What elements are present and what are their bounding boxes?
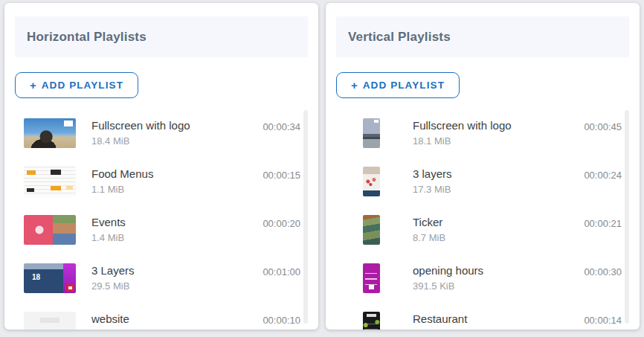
playlist-item[interactable]: Fullscreen with logo 18.1 MiB 00:00:45 bbox=[336, 109, 622, 157]
list-scrollbar[interactable] bbox=[625, 110, 629, 324]
playlist-item[interactable]: website 00:00:10 bbox=[15, 302, 300, 330]
beach-flowers-thumbnail bbox=[363, 167, 380, 196]
playlist-item[interactable]: 3 layers 17.3 MiB 00:00:24 bbox=[336, 157, 622, 205]
playlist-item[interactable]: Events 1.4 MiB 00:00:20 bbox=[15, 205, 300, 254]
playlist-item[interactable]: Ticker 8.7 MiB 00:00:21 bbox=[336, 205, 622, 254]
mountain-lake-thumbnail bbox=[363, 118, 380, 148]
playlist-duration: 00:00:30 bbox=[584, 265, 622, 279]
card-header: Horizontal Playlists bbox=[15, 16, 308, 57]
pink-events-thumbnail bbox=[24, 215, 76, 245]
playlist-duration: 00:00:21 bbox=[584, 216, 622, 231]
playlist-duration: 00:00:14 bbox=[584, 313, 622, 327]
playlist-list: Fullscreen with logo 18.4 MiB 00:00:34 F… bbox=[15, 109, 308, 330]
playlist-title: Fullscreen with logo bbox=[91, 118, 190, 133]
playlist-title: 3 Layers bbox=[91, 263, 135, 278]
card-header: Vertical Playlists bbox=[336, 16, 629, 57]
add-playlist-button[interactable]: + ADD PLAYLIST bbox=[336, 72, 460, 98]
playlist-title: 3 layers bbox=[413, 167, 452, 182]
playlist-duration: 00:01:00 bbox=[263, 265, 300, 279]
playlist-size: 18.4 MiB bbox=[91, 134, 190, 148]
playlist-title: Ticker bbox=[413, 215, 445, 230]
card-title: Vertical Playlists bbox=[348, 30, 451, 45]
beach-photo-thumbnail bbox=[24, 118, 76, 148]
abstract-painting-thumbnail bbox=[363, 215, 380, 245]
weather-widget-thumbnail bbox=[24, 263, 76, 293]
plus-icon: + bbox=[351, 79, 358, 92]
playlist-size bbox=[413, 327, 467, 330]
playlist-title: opening hours bbox=[413, 263, 483, 278]
playlist-title: Fullscreen with logo bbox=[413, 118, 512, 133]
playlist-duration: 00:00:24 bbox=[584, 168, 622, 182]
dark-restaurant-menu-thumbnail bbox=[363, 312, 380, 330]
card-title: Horizontal Playlists bbox=[27, 30, 146, 45]
playlist-title: Food Menus bbox=[91, 167, 153, 182]
playlist-size: 18.1 MiB bbox=[413, 134, 512, 148]
add-playlist-button[interactable]: + ADD PLAYLIST bbox=[15, 72, 138, 98]
vertical-playlists-card: Vertical Playlists + ADD PLAYLIST Fullsc… bbox=[326, 3, 640, 330]
playlist-size: 8.7 MiB bbox=[413, 231, 445, 245]
playlist-size bbox=[91, 327, 129, 330]
playlist-list: Fullscreen with logo 18.1 MiB 00:00:45 3… bbox=[336, 109, 629, 330]
playlist-title: Events bbox=[91, 215, 126, 230]
add-playlist-label: ADD PLAYLIST bbox=[363, 80, 445, 91]
food-menu-thumbnail bbox=[24, 167, 76, 196]
gray-website-thumbnail bbox=[24, 312, 76, 330]
playlist-duration: 00:00:15 bbox=[263, 168, 300, 182]
playlist-title: Restaurant bbox=[413, 312, 467, 327]
playlist-duration: 00:00:34 bbox=[263, 120, 300, 134]
plus-icon: + bbox=[30, 79, 36, 92]
playlist-item[interactable]: Restaurant 00:00:14 bbox=[336, 302, 622, 330]
playlist-item[interactable]: 3 Layers 29.5 MiB 00:01:00 bbox=[15, 254, 300, 302]
list-scrollbar[interactable] bbox=[303, 110, 308, 324]
playlist-item[interactable]: Food Menus 1.1 MiB 00:00:15 bbox=[15, 157, 300, 205]
playlist-duration: 00:00:20 bbox=[263, 216, 300, 231]
purple-hours-thumbnail bbox=[363, 263, 380, 293]
playlist-size: 17.3 MiB bbox=[413, 182, 452, 196]
playlist-size: 29.5 MiB bbox=[91, 279, 135, 293]
playlist-size: 1.4 MiB bbox=[91, 231, 126, 245]
playlist-title: website bbox=[91, 312, 129, 327]
playlist-duration: 00:00:10 bbox=[263, 313, 300, 327]
playlist-size: 391.5 KiB bbox=[413, 279, 483, 293]
horizontal-playlists-card: Horizontal Playlists + ADD PLAYLIST Full… bbox=[4, 3, 318, 330]
playlist-item[interactable]: opening hours 391.5 KiB 00:00:30 bbox=[336, 254, 622, 302]
playlist-item[interactable]: Fullscreen with logo 18.4 MiB 00:00:34 bbox=[15, 109, 300, 157]
add-playlist-label: ADD PLAYLIST bbox=[42, 80, 123, 91]
playlist-duration: 00:00:45 bbox=[584, 120, 622, 134]
playlist-size: 1.1 MiB bbox=[91, 182, 153, 196]
